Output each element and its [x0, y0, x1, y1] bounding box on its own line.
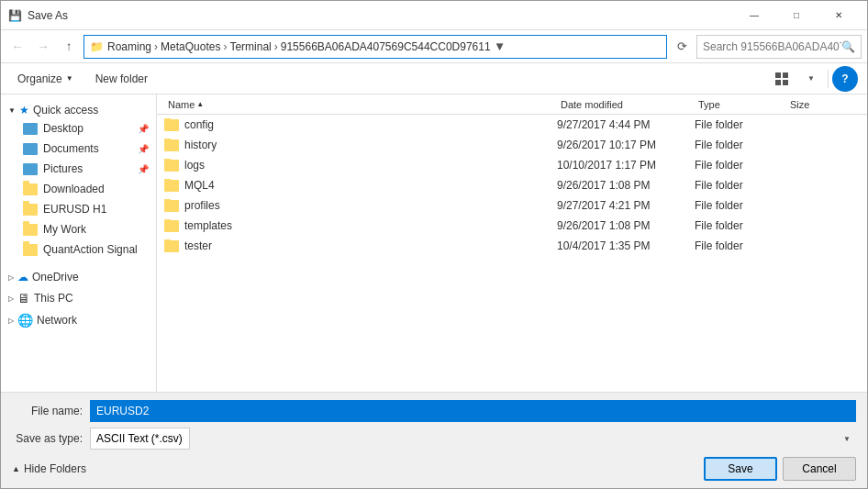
sidebar: ▼ ★ Quick access Desktop 📌 Documents 📌 P…	[1, 94, 157, 392]
table-row[interactable]: logs 10/10/2017 1:17 PM File folder	[157, 155, 867, 175]
savetype-wrapper: ASCII Text (*.csv) CSV (*.csv) Text (*.t…	[90, 428, 856, 450]
cancel-label: Cancel	[802, 462, 836, 475]
hide-folders-button[interactable]: ▲ Hide Folders	[12, 462, 86, 475]
file-date-logs: 10/10/2017 1:17 PM	[557, 159, 695, 172]
folder-icon-history	[164, 139, 179, 151]
organize-button[interactable]: Organize ▼	[10, 66, 81, 92]
file-date-config: 9/27/2017 4:44 PM	[557, 118, 695, 131]
sidebar-network-label: Network	[37, 314, 77, 327]
table-row[interactable]: tester 10/4/2017 1:35 PM File folder	[157, 236, 867, 256]
svg-rect-0	[775, 72, 781, 78]
sidebar-onedrive-label: OneDrive	[32, 271, 79, 283]
sidebar-item-eurusd[interactable]: EURUSD H1	[1, 199, 156, 219]
up-button[interactable]: ↑	[58, 36, 80, 58]
refresh-button[interactable]: ⟳	[671, 36, 693, 58]
sidebar-item-quantaction[interactable]: QuantAction Signal	[1, 239, 156, 260]
file-name-profiles: profiles	[164, 199, 557, 212]
file-type-tester: File folder	[695, 239, 786, 252]
back-button[interactable]: ←	[6, 36, 28, 58]
pin-icon-3: 📌	[138, 164, 149, 174]
organize-chevron-icon: ▼	[66, 74, 73, 83]
sidebar-quick-access-label: Quick access	[33, 104, 98, 117]
hide-folders-label: Hide Folders	[24, 462, 86, 475]
close-button[interactable]: ✕	[818, 1, 860, 30]
table-row[interactable]: templates 9/26/2017 1:08 PM File folder	[157, 216, 867, 236]
cancel-button[interactable]: Cancel	[783, 457, 856, 481]
sidebar-item-downloaded[interactable]: Downloaded	[1, 179, 156, 199]
folder-icon-tester	[164, 240, 179, 252]
sidebar-eurusd-label: EURUSD H1	[43, 203, 106, 216]
sidebar-thispc-label: This PC	[34, 292, 73, 305]
title-bar-controls: — □ ✕	[733, 1, 860, 30]
table-row[interactable]: config 9/27/2017 4:44 PM File folder	[157, 115, 867, 135]
col-name-label: Name	[168, 99, 195, 110]
view-dropdown-button[interactable]: ▼	[798, 66, 824, 92]
col-header-type[interactable]: Type	[695, 94, 786, 115]
folder-yellow-icon-2	[23, 204, 38, 216]
sidebar-onedrive-header[interactable]: ▷ ☁ OneDrive	[1, 265, 156, 285]
toolbar-separator	[828, 70, 829, 88]
savetype-select[interactable]: ASCII Text (*.csv) CSV (*.csv) Text (*.t…	[90, 428, 190, 450]
search-icon: 🔍	[841, 40, 855, 53]
minimize-button[interactable]: —	[733, 1, 775, 30]
svg-rect-3	[783, 80, 788, 85]
new-folder-label: New folder	[95, 72, 148, 85]
svg-rect-1	[783, 72, 788, 78]
file-type-mql4: File folder	[695, 179, 786, 192]
folder-icon-mql4	[164, 180, 179, 192]
file-date-profiles: 9/27/2017 4:21 PM	[557, 199, 695, 212]
sidebar-item-desktop[interactable]: Desktop 📌	[1, 118, 156, 139]
sidebar-mywork-label: My Work	[43, 223, 86, 236]
col-header-name[interactable]: Name ▲	[164, 94, 557, 115]
col-header-date[interactable]: Date modified	[557, 94, 695, 115]
sidebar-item-mywork[interactable]: My Work	[1, 219, 156, 239]
col-date-label: Date modified	[561, 99, 623, 110]
col-size-label: Size	[790, 99, 809, 110]
breadcrumb-icon: 📁	[90, 40, 104, 53]
breadcrumb[interactable]: 📁 Roaming › MetaQuotes › Terminal › 9155…	[83, 35, 667, 59]
sidebar-item-pictures[interactable]: Pictures 📌	[1, 159, 156, 179]
sidebar-thispc-header[interactable]: ▷ 🖥 This PC	[1, 285, 156, 307]
table-row[interactable]: MQL4 9/26/2017 1:08 PM File folder	[157, 175, 867, 195]
maximize-button[interactable]: □	[775, 1, 818, 30]
chevron-right-icon-3: ▷	[8, 317, 14, 325]
svg-rect-2	[775, 80, 781, 85]
search-box: 🔍	[696, 35, 862, 59]
breadcrumb-folder: 915566BA06ADA407569C544CC0D97611	[281, 40, 491, 53]
breadcrumb-dropdown-button[interactable]: ▼	[491, 36, 509, 58]
file-date-mql4: 9/26/2017 1:08 PM	[557, 179, 695, 192]
title-bar: 💾 Save As — □ ✕	[1, 1, 867, 30]
sidebar-desktop-label: Desktop	[43, 122, 83, 135]
save-button[interactable]: Save	[704, 457, 777, 481]
save-label: Save	[728, 462, 752, 475]
folder-blue-icon-2	[23, 143, 38, 155]
filename-row: File name:	[12, 400, 856, 422]
new-folder-button[interactable]: New folder	[88, 66, 155, 92]
file-name-tester: tester	[164, 239, 557, 252]
forward-button[interactable]: →	[32, 36, 54, 58]
main-content: ▼ ★ Quick access Desktop 📌 Documents 📌 P…	[1, 94, 867, 392]
chevron-right-icon: ▷	[8, 273, 14, 282]
sidebar-quantaction-label: QuantAction Signal	[43, 243, 138, 256]
table-row[interactable]: history 9/26/2017 10:17 PM File folder	[157, 135, 867, 155]
help-button[interactable]: ?	[832, 66, 858, 92]
filename-label: File name:	[12, 405, 90, 417]
savetype-row: Save as type: ASCII Text (*.csv) CSV (*.…	[12, 428, 856, 450]
sort-arrow-icon: ▲	[196, 100, 204, 108]
network-icon: 🌐	[17, 313, 33, 328]
folder-icon-logs	[164, 160, 179, 172]
search-input[interactable]	[703, 40, 841, 53]
filename-input[interactable]	[90, 400, 856, 422]
view-button[interactable]	[769, 66, 795, 92]
bottom-section: File name: Save as type: ASCII Text (*.c…	[1, 392, 867, 488]
col-type-label: Type	[698, 99, 720, 110]
col-header-size[interactable]: Size	[786, 94, 860, 115]
file-date-tester: 10/4/2017 1:35 PM	[557, 239, 695, 252]
pin-icon-2: 📌	[138, 144, 149, 154]
folder-yellow-icon-4	[23, 244, 38, 256]
sidebar-quick-access-header[interactable]: ▼ ★ Quick access	[1, 98, 156, 118]
table-row[interactable]: profiles 9/27/2017 4:21 PM File folder	[157, 195, 867, 216]
sidebar-item-documents[interactable]: Documents 📌	[1, 139, 156, 159]
sidebar-network-header[interactable]: ▷ 🌐 Network	[1, 307, 156, 329]
file-name-history: history	[164, 139, 557, 151]
